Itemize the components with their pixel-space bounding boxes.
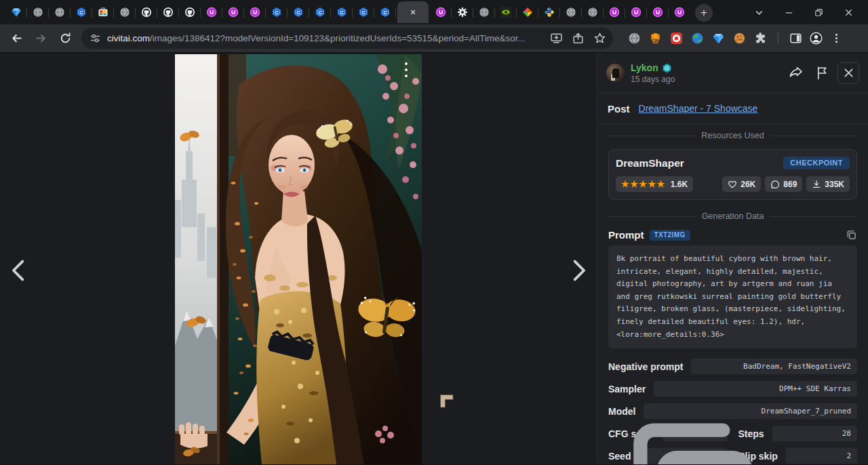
tab-globe[interactable]: [560, 0, 581, 24]
svg-text:U: U: [655, 9, 659, 16]
prompt-text[interactable]: 8k portrait of beautiful cyborg with bro…: [608, 245, 857, 348]
tab-globe[interactable]: [27, 0, 48, 24]
tab-python[interactable]: [538, 0, 559, 24]
send-tab-icon[interactable]: [572, 32, 585, 45]
extension-gem-icon[interactable]: [712, 32, 725, 45]
tab-ultralytics[interactable]: U: [222, 0, 243, 24]
forward-button[interactable]: [30, 28, 52, 49]
param-value[interactable]: BadDream, FastNegativeV2: [691, 359, 857, 374]
comment-icon: [770, 180, 780, 189]
post-label: Post: [608, 103, 630, 115]
new-tab-button[interactable]: +: [695, 4, 713, 22]
user-avatar[interactable]: [606, 64, 625, 82]
restore-button[interactable]: [808, 3, 829, 21]
next-image-button[interactable]: [564, 254, 596, 287]
share-button[interactable]: [785, 62, 806, 84]
tab-civitai[interactable]: C: [331, 0, 352, 24]
close-panel-button[interactable]: [837, 62, 859, 84]
tab-ultralytics[interactable]: U: [430, 0, 451, 24]
resource-card[interactable]: DreamShaper CHECKPOINT ★★★★★ 1.6K 26K 86…: [608, 149, 857, 200]
verified-badge-icon: [662, 63, 672, 73]
tab-ultralytics[interactable]: U: [647, 0, 668, 24]
minimize-button[interactable]: [778, 3, 799, 21]
tab-civitai[interactable]: C: [353, 0, 374, 24]
copy-prompt-icon[interactable]: [846, 229, 857, 241]
viewed-image[interactable]: [175, 54, 422, 464]
resources-used-divider: Resources Used: [608, 131, 857, 140]
tab-ultralytics[interactable]: U: [669, 0, 690, 24]
tab-globe[interactable]: [473, 0, 494, 24]
username-link[interactable]: Lykon: [631, 62, 658, 75]
tab-civitai[interactable]: C: [71, 0, 92, 24]
install-icon[interactable]: [550, 32, 563, 45]
toolbar-separator: [778, 33, 778, 44]
tab-civitai[interactable]: C: [288, 0, 309, 24]
tab-nvidia[interactable]: [495, 0, 516, 24]
param-label: Sampler: [608, 384, 646, 395]
gear-favicon: [457, 7, 468, 18]
tab-gear[interactable]: [452, 0, 473, 24]
tab-search-chevron-button[interactable]: [749, 3, 769, 21]
browser-menu-icon[interactable]: [830, 32, 843, 45]
back-button[interactable]: [5, 28, 27, 49]
param-value[interactable]: 28: [772, 426, 857, 441]
param-value[interactable]: 2: [786, 448, 857, 464]
extension-globe-icon[interactable]: [628, 32, 641, 45]
tab-gem[interactable]: [5, 0, 26, 24]
site-info-icon[interactable]: [90, 33, 101, 44]
likes-pill[interactable]: 26K: [722, 176, 761, 192]
param-value[interactable]: DPM++ SDE Karras: [654, 381, 857, 397]
tab-github[interactable]: [157, 0, 178, 24]
globe-favicon: [587, 7, 598, 18]
copy-icon: [608, 403, 774, 464]
prism-favicon: [522, 7, 533, 18]
comments-pill[interactable]: 869: [765, 176, 802, 192]
bookmark-star-icon[interactable]: [593, 32, 606, 45]
tab-globe[interactable]: [582, 0, 603, 24]
ultralytics-favicon: U: [631, 7, 642, 18]
tab-civitai[interactable]: C: [266, 0, 287, 24]
downloads-pill[interactable]: 335K: [806, 176, 850, 192]
svg-text:C: C: [296, 9, 300, 16]
close-tab-icon[interactable]: ×: [410, 7, 416, 17]
tab-webstore[interactable]: [92, 0, 113, 24]
tab-github[interactable]: [179, 0, 200, 24]
rating-pill[interactable]: ★★★★★ 1.6K: [616, 176, 693, 192]
tab-ultralytics[interactable]: U: [604, 0, 625, 24]
reload-button[interactable]: [54, 28, 76, 49]
post-link[interactable]: DreamShaper - 7 Showcase: [639, 103, 758, 114]
svg-text:U: U: [677, 9, 681, 16]
civitai-favicon: C: [76, 7, 87, 18]
github-favicon: [141, 7, 152, 18]
extension-red-ring-icon[interactable]: [670, 32, 683, 45]
tab-globe[interactable]: [114, 0, 135, 24]
globe-favicon: [54, 7, 65, 18]
window-controls: [749, 0, 868, 24]
extension-shield-off-icon[interactable]: off: [649, 32, 662, 45]
heart-icon: [728, 180, 737, 189]
close-button[interactable]: [838, 3, 859, 21]
sidebar-toggle-icon[interactable]: [789, 32, 802, 45]
active-tab[interactable]: ×: [397, 1, 429, 23]
extension-puzzle-icon[interactable]: [754, 32, 767, 45]
resource-name[interactable]: DreamShaper: [616, 157, 684, 169]
ultralytics-favicon: U: [652, 7, 663, 18]
previous-image-button[interactable]: [1, 254, 34, 287]
tab-github[interactable]: [136, 0, 157, 24]
extension-earth-icon[interactable]: [691, 32, 704, 45]
tab-civitai[interactable]: C: [374, 0, 395, 24]
image-options-menu-icon[interactable]: [402, 60, 410, 80]
tab-ultralytics[interactable]: U: [201, 0, 222, 24]
extension-cookie-icon[interactable]: [733, 32, 746, 45]
tab-globe[interactable]: [49, 0, 70, 24]
profile-avatar-icon[interactable]: [810, 32, 823, 45]
tab-civitai[interactable]: C: [309, 0, 330, 24]
tab-prism[interactable]: [517, 0, 538, 24]
tab-ultralytics[interactable]: U: [625, 0, 646, 24]
report-flag-button[interactable]: [811, 62, 833, 84]
toolbar-right: [789, 32, 843, 45]
civitai-favicon: C: [380, 7, 391, 18]
address-bar[interactable]: civitai.com/images/1386412?modelVersionI…: [81, 28, 613, 49]
image-detail-panel: Lykon 15 days ago Post DreamShaper - 7 S…: [597, 53, 868, 464]
tab-ultralytics[interactable]: U: [244, 0, 265, 24]
